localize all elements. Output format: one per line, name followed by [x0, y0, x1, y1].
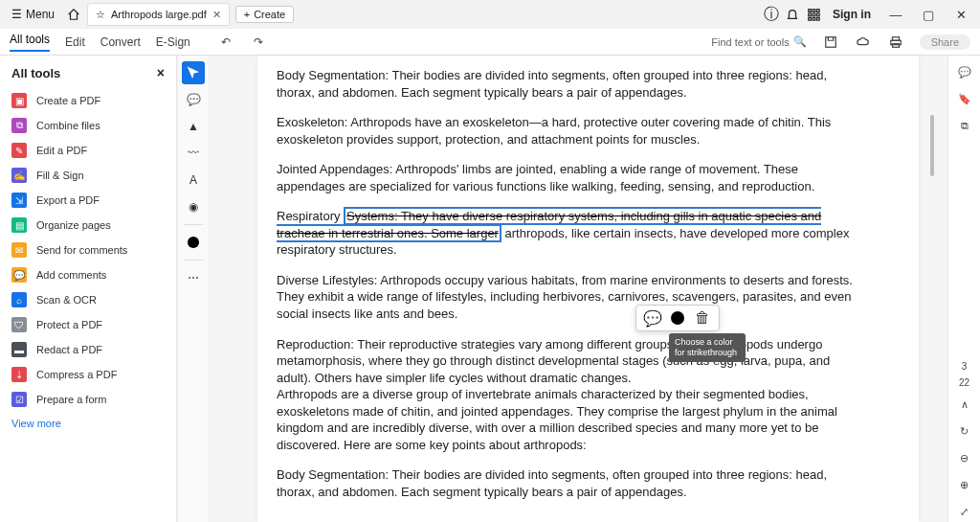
stamp-tool-icon[interactable]: ◉ [182, 195, 205, 218]
cloud-upload-icon[interactable] [855, 34, 872, 51]
svg-rect-8 [817, 18, 820, 21]
strikethrough-popup: 💬 🗑 [635, 305, 720, 331]
svg-rect-1 [813, 10, 815, 12]
edit-pdf-icon: ✎ [11, 143, 27, 158]
color-picker-tooltip: Choose a color for strikethrough [669, 333, 746, 362]
tool-add-comments[interactable]: 💬Add comments [11, 262, 165, 287]
delete-icon[interactable]: 🗑 [694, 309, 711, 327]
scrollbar-thumb[interactable] [930, 115, 934, 176]
view-more-link[interactable]: View more [11, 418, 165, 429]
svg-rect-12 [892, 43, 899, 47]
highlight-tool-icon[interactable]: ▲ [182, 115, 205, 138]
svg-rect-2 [817, 10, 820, 12]
color-tool-icon[interactable] [182, 231, 205, 254]
plus-icon: + [244, 9, 250, 20]
fit-page-icon[interactable]: ⤢ [954, 501, 975, 522]
sign-in-button[interactable]: Sign in [827, 8, 877, 21]
tool-scan-ocr[interactable]: ⌕Scan & OCR [11, 287, 165, 312]
rotate-icon[interactable]: ↻ [954, 420, 975, 442]
redo-icon[interactable]: ↷ [250, 34, 267, 51]
tool-prepare-form[interactable]: ☑Prepare a form [11, 387, 165, 412]
tool-create-pdf[interactable]: ▣Create a PDF [11, 88, 165, 113]
create-button[interactable]: + Create [235, 6, 294, 23]
page-up-icon[interactable]: ∧ [954, 394, 975, 415]
tool-compress-pdf[interactable]: ⇣Compress a PDF [11, 362, 165, 387]
send-comments-icon: ✉ [11, 242, 27, 258]
find-field[interactable]: Find text or tools🔍 [711, 35, 806, 48]
comment-icon[interactable]: 💬 [644, 309, 661, 327]
document-viewport[interactable]: Body Segmentation: Their bodies are divi… [210, 56, 947, 522]
sidebar-close-icon[interactable]: × [157, 65, 165, 80]
tool-combine-files[interactable]: ⧉Combine files [11, 113, 165, 138]
page-number[interactable]: 3 [962, 361, 968, 372]
fill-sign-icon: ✍ [11, 168, 27, 183]
tool-redact-pdf[interactable]: ▬Redact a PDF [11, 337, 165, 362]
page-content: Body Segmentation: Their bodies are divi… [257, 56, 919, 522]
draw-tool-icon[interactable]: 〰 [182, 142, 205, 165]
tab-all-tools[interactable]: All tools [10, 33, 50, 52]
selection-tool-icon[interactable] [182, 61, 205, 84]
svg-rect-0 [809, 10, 812, 12]
sidebar-all-tools: All tools × ▣Create a PDF ⧉Combine files… [0, 56, 177, 522]
find-label: Find text or tools [711, 36, 789, 48]
right-toolbar: 💬 🔖 ⧉ 3 22 ∧ ↻ ⊖ ⊕ ⤢ [947, 56, 980, 522]
color-picker-button[interactable] [671, 311, 684, 325]
tool-protect-pdf[interactable]: 🛡Protect a PDF [11, 312, 165, 337]
compress-pdf-icon: ⇣ [11, 367, 27, 382]
tab-close-icon[interactable]: ✕ [212, 9, 221, 21]
text-before-strike: Respiratory [277, 209, 344, 223]
tool-export-pdf[interactable]: ⇲Export a PDF [11, 188, 165, 213]
add-comments-icon: 💬 [11, 267, 27, 283]
svg-rect-9 [825, 36, 835, 47]
ribbon-bar: All tools Edit Convert E-Sign ↶ ↷ Find t… [0, 29, 980, 56]
protect-pdf-icon: 🛡 [11, 317, 27, 332]
print-icon[interactable] [887, 34, 904, 51]
create-label: Create [254, 9, 285, 20]
star-icon: ☆ [96, 9, 105, 21]
svg-rect-7 [813, 18, 815, 21]
svg-rect-4 [813, 13, 815, 16]
tab-edit[interactable]: Edit [65, 35, 85, 49]
redact-pdf-icon: ▬ [11, 342, 27, 357]
tool-fill-sign[interactable]: ✍Fill & Sign [11, 163, 165, 188]
side-comment-icon[interactable]: 💬 [954, 61, 975, 82]
menu-button[interactable]: ☰ Menu [6, 6, 60, 23]
save-icon[interactable] [822, 34, 839, 51]
combine-files-icon: ⧉ [11, 118, 27, 133]
comment-tool-icon[interactable]: 💬 [182, 88, 205, 111]
paragraph: Jointed Appendages: Arthropods' limbs ar… [277, 161, 861, 194]
tool-send-for-comments[interactable]: ✉Send for comments [11, 238, 165, 262]
bookmark-icon[interactable]: 🔖 [954, 88, 975, 109]
scan-ocr-icon: ⌕ [11, 292, 27, 307]
more-tools-icon[interactable]: ⋯ [182, 266, 205, 289]
text-tool-icon[interactable]: A [182, 169, 205, 192]
document-tab[interactable]: ☆ Arthropods large.pdf ✕ [87, 3, 230, 26]
zoom-out-icon[interactable]: ⊖ [954, 447, 975, 468]
title-bar: ☰ Menu ☆ Arthropods large.pdf ✕ + Create… [0, 0, 980, 29]
tab-convert[interactable]: Convert [100, 35, 141, 49]
window-minimize-icon[interactable]: — [882, 1, 909, 28]
tool-organize-pages[interactable]: ▤Organize pages [11, 213, 165, 238]
zoom-in-icon[interactable]: ⊕ [954, 474, 975, 495]
menu-label: Menu [26, 8, 55, 21]
export-pdf-icon: ⇲ [11, 193, 27, 208]
annotation-toolstrip: 💬 ▲ 〰 A ◉ ⋯ [177, 56, 210, 522]
svg-rect-6 [809, 18, 812, 21]
paragraph: Body Segmentation: Their bodies are divi… [277, 466, 861, 500]
paragraph: Arthropods are a diverse group of invert… [277, 386, 861, 453]
window-maximize-icon[interactable]: ▢ [915, 1, 942, 28]
document-filename: Arthropods large.pdf [111, 9, 207, 20]
window-close-icon[interactable]: ✕ [947, 1, 974, 28]
tool-edit-pdf[interactable]: ✎Edit a PDF [11, 138, 165, 163]
undo-icon[interactable]: ↶ [217, 34, 234, 51]
tab-esign[interactable]: E-Sign [156, 35, 190, 49]
apps-grid-icon[interactable] [806, 7, 821, 22]
pages-icon[interactable]: ⧉ [954, 115, 975, 136]
bell-icon[interactable] [785, 7, 800, 22]
organize-pages-icon: ▤ [11, 217, 27, 233]
sidebar-header: All tools × [11, 65, 165, 80]
home-icon[interactable] [66, 7, 81, 22]
page-total: 22 [959, 377, 969, 388]
help-icon[interactable]: ⓘ [764, 7, 779, 22]
share-button[interactable]: Share [920, 34, 970, 50]
